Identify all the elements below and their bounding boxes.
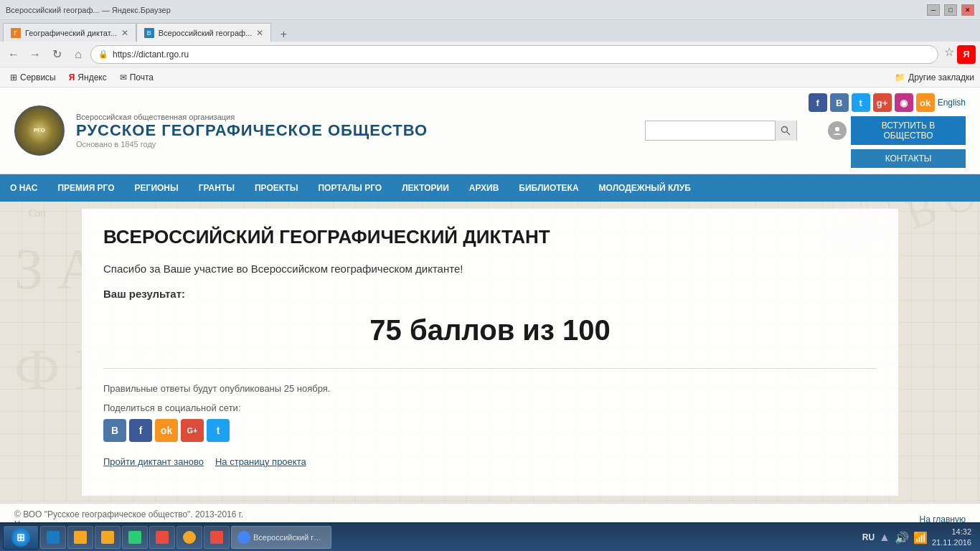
nav-library[interactable]: БИБЛИОТЕКА bbox=[509, 174, 588, 202]
copyright-text: © ВОО "Русское географическое общество".… bbox=[14, 509, 243, 519]
home-link[interactable]: На главную bbox=[920, 514, 966, 522]
network-icon: ▲ bbox=[879, 531, 890, 544]
tab-1-label: Географический диктат... bbox=[25, 29, 117, 37]
nav-youth-club[interactable]: МОЛОДЕЖНЫЙ КЛУБ bbox=[589, 174, 701, 202]
nav-lectures[interactable]: ЛЕКТОРИИ bbox=[392, 174, 459, 202]
social-vk[interactable]: В bbox=[830, 93, 849, 112]
window-title: Всероссийский географ... — Яндекс.Браузе… bbox=[6, 6, 171, 14]
social-instagram[interactable]: ◉ bbox=[895, 93, 913, 112]
join-society-button[interactable]: ВСТУПИТЬ В ОБЩЕСТВО bbox=[851, 116, 966, 145]
main-navigation: О НАС ПРЕМИЯ РГО РЕГИОНЫ ГРАНТЫ ПРОЕКТЫ … bbox=[0, 174, 980, 202]
tab-1-close[interactable]: ✕ bbox=[121, 28, 128, 38]
search-button[interactable] bbox=[775, 121, 796, 141]
main-content-wrapper: ВСЕРОССИЙСКИЙ ГЕОГРАФИЧЕСКИЙ ДИКТАНТ Спа… bbox=[70, 202, 910, 503]
other-bookmarks[interactable]: 📁 Другие закладки bbox=[895, 72, 974, 83]
nav-portals[interactable]: ПОРТАЛЫ РГО bbox=[308, 174, 392, 202]
terms-link[interactable]: Условия использования материалов bbox=[14, 519, 160, 522]
system-tray: RU ▲ 🔊 📶 14:32 21.11.2016 bbox=[857, 527, 977, 549]
share-facebook[interactable]: f bbox=[129, 419, 152, 442]
divider bbox=[103, 368, 877, 369]
share-ok[interactable]: ok bbox=[155, 419, 178, 442]
bookmark-mail[interactable]: ✉ Почта bbox=[116, 70, 158, 85]
taskbar-files[interactable] bbox=[95, 526, 121, 549]
org-founded: Основано в 1845 году bbox=[76, 140, 428, 149]
media-icon bbox=[128, 531, 141, 544]
tab-2-favicon: В bbox=[144, 28, 154, 38]
taskbar-tool[interactable] bbox=[149, 526, 175, 549]
new-tab-btn[interactable]: + bbox=[274, 27, 293, 42]
bookmark-yandex-label: Яндекс bbox=[77, 72, 106, 83]
signal-icon: 📶 bbox=[913, 531, 928, 545]
forward-button[interactable]: → bbox=[26, 45, 44, 64]
retake-dictant-link[interactable]: Пройти диктант заново bbox=[103, 456, 204, 467]
taskbar-chrome-label: Всероссийский географ... bbox=[253, 533, 325, 542]
score-display: 75 баллов из 100 bbox=[103, 314, 877, 347]
tab-2-close[interactable]: ✕ bbox=[256, 28, 263, 38]
site-wrapper: З А Л Ф И Н Н О В О Соп Камчатка N S РГО bbox=[0, 88, 980, 522]
minimize-btn[interactable]: ─ bbox=[927, 4, 940, 16]
language-link[interactable]: English bbox=[938, 98, 966, 108]
yandex-button[interactable]: Я bbox=[957, 45, 976, 64]
tab-2[interactable]: В Всероссийский географ... ✕ bbox=[136, 23, 272, 42]
nav-grants[interactable]: ГРАНТЫ bbox=[189, 174, 245, 202]
project-page-link[interactable]: На страницу проекта bbox=[215, 456, 306, 467]
volume-icon: 🔊 bbox=[895, 531, 909, 545]
window-controls: ─ □ ✕ bbox=[927, 4, 974, 16]
close-btn[interactable]: ✕ bbox=[961, 4, 974, 16]
share-vk[interactable]: В bbox=[103, 419, 126, 442]
share-buttons: В f ok G+ t bbox=[103, 419, 877, 442]
social-googleplus[interactable]: g+ bbox=[873, 93, 892, 112]
correct-answers-text: Правильные ответы будут опубликованы 25 … bbox=[103, 383, 877, 394]
ie-icon bbox=[47, 531, 60, 544]
yandex-icon: Я bbox=[69, 72, 75, 83]
maximize-btn[interactable]: □ bbox=[944, 4, 957, 16]
browser-frame: Всероссийский географ... — Яндекс.Браузе… bbox=[0, 0, 980, 551]
address-bar[interactable]: 🔒 https://dictant.rgo.ru bbox=[90, 45, 938, 64]
social-facebook[interactable]: f bbox=[809, 93, 827, 112]
nav-projects[interactable]: ПРОЕКТЫ bbox=[245, 174, 308, 202]
taskbar-yandex[interactable] bbox=[204, 526, 230, 549]
social-icons-row: f В t g+ ◉ ok English bbox=[809, 93, 966, 112]
taskbar-explorer[interactable] bbox=[67, 526, 93, 549]
taskbar-firefox[interactable] bbox=[176, 526, 202, 549]
explorer-icon bbox=[74, 531, 87, 544]
home-button[interactable]: ⌂ bbox=[69, 45, 88, 64]
search-input[interactable] bbox=[646, 121, 775, 140]
user-icon bbox=[828, 121, 847, 140]
back-button[interactable]: ← bbox=[4, 45, 23, 64]
nav-regions[interactable]: РЕГИОНЫ bbox=[125, 174, 189, 202]
social-twitter[interactable]: t bbox=[852, 93, 870, 112]
bookmark-yandex[interactable]: Я Яндекс bbox=[65, 70, 111, 85]
org-name-area: Всероссийская общественная организация Р… bbox=[76, 113, 428, 149]
clock-time: 14:32 bbox=[932, 527, 971, 537]
taskbar-media[interactable] bbox=[122, 526, 148, 549]
refresh-button[interactable]: ↻ bbox=[47, 45, 66, 64]
svg-point-12 bbox=[835, 127, 839, 131]
share-twitter[interactable]: t bbox=[207, 419, 230, 442]
nav-about[interactable]: О НАС bbox=[0, 174, 47, 202]
svg-line-11 bbox=[787, 132, 790, 135]
taskbar-chrome[interactable]: Всероссийский географ... bbox=[231, 526, 331, 549]
social-area: f В t g+ ◉ ok English ВСТУПИТЬ В bbox=[809, 93, 966, 168]
share-googleplus[interactable]: G+ bbox=[181, 419, 204, 442]
nav-archive[interactable]: АРХИВ bbox=[459, 174, 509, 202]
nav-bar: ← → ↻ ⌂ 🔒 https://dictant.rgo.ru ☆ Я bbox=[0, 42, 980, 67]
chrome-icon bbox=[237, 531, 250, 544]
clock-date: 21.11.2016 bbox=[932, 537, 971, 548]
org-subtitle: Всероссийская общественная организация bbox=[76, 113, 428, 121]
nav-award[interactable]: ПРЕМИЯ РГО bbox=[47, 174, 124, 202]
contacts-button[interactable]: КОНТАКТЫ bbox=[851, 149, 966, 168]
tab-1[interactable]: Г Географический диктат... ✕ bbox=[3, 23, 136, 42]
bookmark-star[interactable]: ☆ bbox=[944, 45, 954, 64]
rgo-logo: РГО bbox=[14, 105, 65, 156]
bookmark-services[interactable]: ⊞ Сервисы bbox=[6, 70, 60, 85]
social-ok[interactable]: ok bbox=[916, 93, 935, 112]
svg-point-10 bbox=[782, 127, 788, 133]
start-button[interactable]: ⊞ bbox=[3, 525, 39, 550]
search-box bbox=[645, 121, 797, 141]
firefox-icon bbox=[183, 531, 196, 544]
taskbar-ie[interactable] bbox=[40, 526, 66, 549]
search-icon bbox=[781, 126, 791, 136]
ssl-icon: 🔒 bbox=[98, 50, 108, 59]
logo-area: РГО bbox=[14, 105, 65, 156]
